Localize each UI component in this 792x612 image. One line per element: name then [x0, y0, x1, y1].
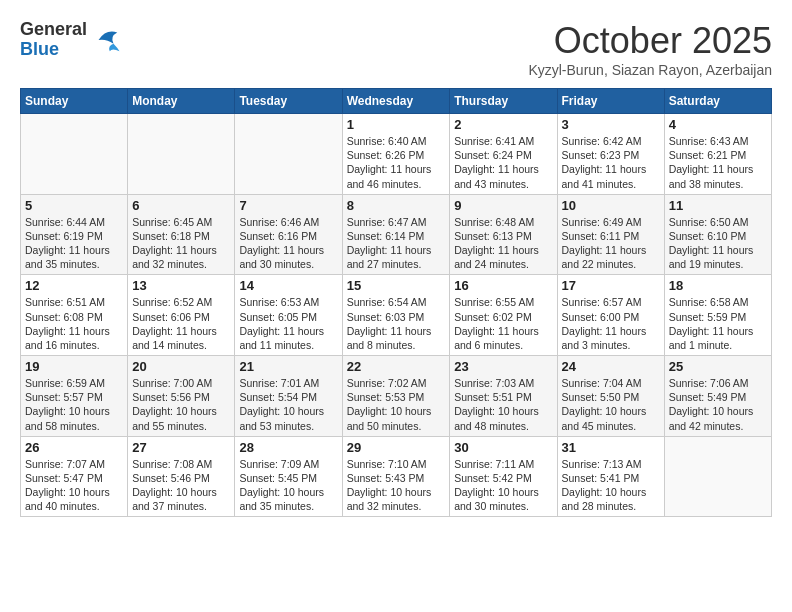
- day-number: 8: [347, 198, 446, 213]
- calendar-cell: 22Sunrise: 7:02 AM Sunset: 5:53 PM Dayli…: [342, 356, 450, 437]
- day-number: 30: [454, 440, 552, 455]
- day-number: 14: [239, 278, 337, 293]
- day-info: Sunrise: 6:57 AM Sunset: 6:00 PM Dayligh…: [562, 295, 660, 352]
- day-info: Sunrise: 7:13 AM Sunset: 5:41 PM Dayligh…: [562, 457, 660, 514]
- calendar-cell: 23Sunrise: 7:03 AM Sunset: 5:51 PM Dayli…: [450, 356, 557, 437]
- day-info: Sunrise: 6:50 AM Sunset: 6:10 PM Dayligh…: [669, 215, 767, 272]
- calendar-cell: 3Sunrise: 6:42 AM Sunset: 6:23 PM Daylig…: [557, 114, 664, 195]
- day-info: Sunrise: 6:54 AM Sunset: 6:03 PM Dayligh…: [347, 295, 446, 352]
- calendar-week-row: 12Sunrise: 6:51 AM Sunset: 6:08 PM Dayli…: [21, 275, 772, 356]
- day-number: 24: [562, 359, 660, 374]
- day-number: 2: [454, 117, 552, 132]
- day-number: 9: [454, 198, 552, 213]
- day-number: 1: [347, 117, 446, 132]
- header: General Blue October 2025 Kyzyl-Burun, S…: [20, 20, 772, 78]
- calendar-cell: 16Sunrise: 6:55 AM Sunset: 6:02 PM Dayli…: [450, 275, 557, 356]
- day-header-sunday: Sunday: [21, 89, 128, 114]
- day-number: 4: [669, 117, 767, 132]
- day-info: Sunrise: 6:55 AM Sunset: 6:02 PM Dayligh…: [454, 295, 552, 352]
- calendar-cell: [21, 114, 128, 195]
- calendar-cell: 24Sunrise: 7:04 AM Sunset: 5:50 PM Dayli…: [557, 356, 664, 437]
- calendar-cell: 30Sunrise: 7:11 AM Sunset: 5:42 PM Dayli…: [450, 436, 557, 517]
- calendar-cell: 26Sunrise: 7:07 AM Sunset: 5:47 PM Dayli…: [21, 436, 128, 517]
- calendar-week-row: 5Sunrise: 6:44 AM Sunset: 6:19 PM Daylig…: [21, 194, 772, 275]
- day-number: 10: [562, 198, 660, 213]
- day-info: Sunrise: 7:00 AM Sunset: 5:56 PM Dayligh…: [132, 376, 230, 433]
- day-number: 7: [239, 198, 337, 213]
- day-number: 11: [669, 198, 767, 213]
- day-header-monday: Monday: [128, 89, 235, 114]
- day-info: Sunrise: 6:51 AM Sunset: 6:08 PM Dayligh…: [25, 295, 123, 352]
- calendar-cell: 5Sunrise: 6:44 AM Sunset: 6:19 PM Daylig…: [21, 194, 128, 275]
- calendar-cell: 4Sunrise: 6:43 AM Sunset: 6:21 PM Daylig…: [664, 114, 771, 195]
- calendar-cell: 25Sunrise: 7:06 AM Sunset: 5:49 PM Dayli…: [664, 356, 771, 437]
- calendar-cell: 6Sunrise: 6:45 AM Sunset: 6:18 PM Daylig…: [128, 194, 235, 275]
- calendar-cell: [664, 436, 771, 517]
- calendar-cell: 1Sunrise: 6:40 AM Sunset: 6:26 PM Daylig…: [342, 114, 450, 195]
- day-number: 3: [562, 117, 660, 132]
- calendar: SundayMondayTuesdayWednesdayThursdayFrid…: [20, 88, 772, 517]
- day-header-saturday: Saturday: [664, 89, 771, 114]
- calendar-cell: 7Sunrise: 6:46 AM Sunset: 6:16 PM Daylig…: [235, 194, 342, 275]
- calendar-cell: 31Sunrise: 7:13 AM Sunset: 5:41 PM Dayli…: [557, 436, 664, 517]
- day-info: Sunrise: 6:44 AM Sunset: 6:19 PM Dayligh…: [25, 215, 123, 272]
- location: Kyzyl-Burun, Siazan Rayon, Azerbaijan: [528, 62, 772, 78]
- calendar-cell: 13Sunrise: 6:52 AM Sunset: 6:06 PM Dayli…: [128, 275, 235, 356]
- calendar-week-row: 26Sunrise: 7:07 AM Sunset: 5:47 PM Dayli…: [21, 436, 772, 517]
- calendar-cell: 8Sunrise: 6:47 AM Sunset: 6:14 PM Daylig…: [342, 194, 450, 275]
- day-number: 5: [25, 198, 123, 213]
- day-info: Sunrise: 7:02 AM Sunset: 5:53 PM Dayligh…: [347, 376, 446, 433]
- calendar-week-row: 1Sunrise: 6:40 AM Sunset: 6:26 PM Daylig…: [21, 114, 772, 195]
- logo-general: General: [20, 20, 87, 40]
- logo-text: General Blue: [20, 20, 87, 60]
- day-info: Sunrise: 6:52 AM Sunset: 6:06 PM Dayligh…: [132, 295, 230, 352]
- day-number: 6: [132, 198, 230, 213]
- day-info: Sunrise: 6:48 AM Sunset: 6:13 PM Dayligh…: [454, 215, 552, 272]
- day-info: Sunrise: 7:04 AM Sunset: 5:50 PM Dayligh…: [562, 376, 660, 433]
- calendar-cell: 18Sunrise: 6:58 AM Sunset: 5:59 PM Dayli…: [664, 275, 771, 356]
- day-number: 28: [239, 440, 337, 455]
- calendar-cell: 11Sunrise: 6:50 AM Sunset: 6:10 PM Dayli…: [664, 194, 771, 275]
- day-info: Sunrise: 7:09 AM Sunset: 5:45 PM Dayligh…: [239, 457, 337, 514]
- calendar-cell: 21Sunrise: 7:01 AM Sunset: 5:54 PM Dayli…: [235, 356, 342, 437]
- logo-blue: Blue: [20, 40, 87, 60]
- day-info: Sunrise: 6:49 AM Sunset: 6:11 PM Dayligh…: [562, 215, 660, 272]
- calendar-cell: 29Sunrise: 7:10 AM Sunset: 5:43 PM Dayli…: [342, 436, 450, 517]
- day-number: 22: [347, 359, 446, 374]
- day-number: 17: [562, 278, 660, 293]
- day-info: Sunrise: 6:47 AM Sunset: 6:14 PM Dayligh…: [347, 215, 446, 272]
- calendar-cell: 9Sunrise: 6:48 AM Sunset: 6:13 PM Daylig…: [450, 194, 557, 275]
- calendar-cell: 20Sunrise: 7:00 AM Sunset: 5:56 PM Dayli…: [128, 356, 235, 437]
- day-number: 21: [239, 359, 337, 374]
- title-area: October 2025 Kyzyl-Burun, Siazan Rayon, …: [528, 20, 772, 78]
- day-info: Sunrise: 6:46 AM Sunset: 6:16 PM Dayligh…: [239, 215, 337, 272]
- day-number: 31: [562, 440, 660, 455]
- calendar-cell: 17Sunrise: 6:57 AM Sunset: 6:00 PM Dayli…: [557, 275, 664, 356]
- day-info: Sunrise: 6:42 AM Sunset: 6:23 PM Dayligh…: [562, 134, 660, 191]
- calendar-cell: 19Sunrise: 6:59 AM Sunset: 5:57 PM Dayli…: [21, 356, 128, 437]
- calendar-cell: 15Sunrise: 6:54 AM Sunset: 6:03 PM Dayli…: [342, 275, 450, 356]
- day-info: Sunrise: 6:45 AM Sunset: 6:18 PM Dayligh…: [132, 215, 230, 272]
- day-info: Sunrise: 7:01 AM Sunset: 5:54 PM Dayligh…: [239, 376, 337, 433]
- calendar-cell: [128, 114, 235, 195]
- day-info: Sunrise: 7:07 AM Sunset: 5:47 PM Dayligh…: [25, 457, 123, 514]
- day-number: 15: [347, 278, 446, 293]
- day-number: 19: [25, 359, 123, 374]
- day-number: 12: [25, 278, 123, 293]
- day-info: Sunrise: 6:43 AM Sunset: 6:21 PM Dayligh…: [669, 134, 767, 191]
- day-number: 13: [132, 278, 230, 293]
- logo: General Blue: [20, 20, 121, 60]
- calendar-week-row: 19Sunrise: 6:59 AM Sunset: 5:57 PM Dayli…: [21, 356, 772, 437]
- day-number: 23: [454, 359, 552, 374]
- calendar-cell: 12Sunrise: 6:51 AM Sunset: 6:08 PM Dayli…: [21, 275, 128, 356]
- day-header-friday: Friday: [557, 89, 664, 114]
- calendar-cell: 2Sunrise: 6:41 AM Sunset: 6:24 PM Daylig…: [450, 114, 557, 195]
- day-info: Sunrise: 7:11 AM Sunset: 5:42 PM Dayligh…: [454, 457, 552, 514]
- day-info: Sunrise: 6:41 AM Sunset: 6:24 PM Dayligh…: [454, 134, 552, 191]
- calendar-header-row: SundayMondayTuesdayWednesdayThursdayFrid…: [21, 89, 772, 114]
- day-number: 29: [347, 440, 446, 455]
- day-number: 20: [132, 359, 230, 374]
- day-info: Sunrise: 6:58 AM Sunset: 5:59 PM Dayligh…: [669, 295, 767, 352]
- day-info: Sunrise: 7:03 AM Sunset: 5:51 PM Dayligh…: [454, 376, 552, 433]
- day-info: Sunrise: 7:10 AM Sunset: 5:43 PM Dayligh…: [347, 457, 446, 514]
